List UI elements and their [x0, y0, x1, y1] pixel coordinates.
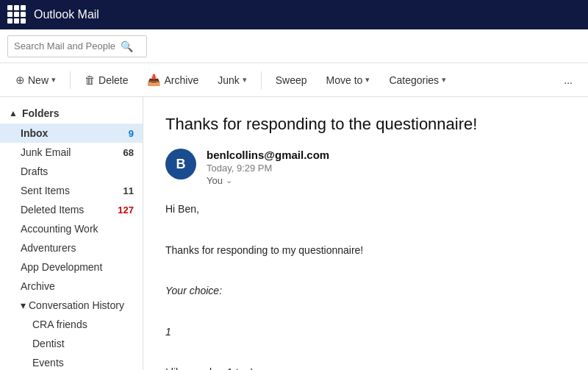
folder-label-accounting: Accounting Work [21, 223, 98, 235]
toolbar: ⊕ New ▾ 🗑 Delete 📥 Archive Junk ▾ Sweep … [0, 63, 588, 97]
search-bar: 🔍 [0, 29, 588, 63]
folder-label-inbox: Inbox [21, 127, 48, 139]
new-icon: ⊕ [15, 74, 25, 87]
sidebar-item-archive[interactable]: Archive [0, 277, 143, 296]
to-label: You [207, 175, 223, 186]
sidebar-item-appdev[interactable]: App Development [0, 257, 143, 277]
folder-label-deleted: Deleted Items [21, 204, 84, 216]
move-to-dropdown-arrow[interactable]: ▾ [365, 75, 370, 85]
categories-button[interactable]: Categories ▾ [381, 69, 454, 91]
sidebar-item-inbox[interactable]: Inbox9 [0, 124, 143, 143]
sidebar-item-accounting[interactable]: Accounting Work [0, 219, 143, 238]
folder-label-archive: Archive [21, 280, 55, 292]
folder-label-dentist: Dentist [32, 338, 65, 349]
sender-info: benlcollins@gmail.com Today, 9:29 PM You… [207, 149, 329, 186]
top-bar: Outlook Mail [0, 0, 588, 29]
move-to-button[interactable]: Move to ▾ [318, 69, 379, 91]
folder-label-sent: Sent Items [21, 185, 70, 196]
sidebar-item-adventurers[interactable]: Adventurers [0, 238, 143, 257]
expand-recipients-icon[interactable]: ⌄ [226, 176, 232, 185]
folder-label-junk: Junk Email [21, 146, 71, 158]
delete-button[interactable]: 🗑 Delete [76, 68, 136, 91]
sender-email: benlcollins@gmail.com [207, 149, 329, 161]
more-button[interactable]: ... [556, 69, 581, 91]
search-icon[interactable]: 🔍 [121, 40, 133, 52]
folder-label-appdev: App Development [21, 261, 102, 273]
badge-inbox: 9 [129, 128, 134, 139]
junk-button[interactable]: Junk ▾ [209, 69, 255, 91]
archive-button[interactable]: 📥 Archive [139, 68, 207, 92]
folder-list: Inbox9Junk Email68DraftsSent Items11Dele… [0, 124, 143, 370]
sidebar-item-events[interactable]: Events [0, 353, 143, 370]
folders-label: Folders [22, 107, 60, 119]
toolbar-divider-2 [261, 71, 262, 89]
sidebar-item-dentist[interactable]: Dentist [0, 334, 143, 353]
badge-junk: 68 [123, 147, 134, 158]
categories-dropdown-arrow[interactable]: ▾ [442, 75, 446, 85]
main-layout: ▲ Folders Inbox9Junk Email68DraftsSent I… [0, 97, 588, 370]
delete-icon: 🗑 [85, 74, 96, 86]
badge-deleted: 127 [118, 204, 134, 216]
email-body-line: 1 [165, 324, 566, 341]
sidebar: ▲ Folders Inbox9Junk Email68DraftsSent I… [0, 97, 143, 370]
new-dropdown-arrow[interactable]: ▾ [51, 75, 56, 85]
email-body-line: Thanks for responding to my questionnair… [165, 242, 566, 260]
email-subject: Thanks for responding to the questionnai… [165, 115, 566, 134]
sidebar-item-junk[interactable]: Junk Email68 [0, 143, 143, 162]
email-header: B benlcollins@gmail.com Today, 9:29 PM Y… [165, 149, 566, 186]
badge-sent: 11 [123, 185, 134, 196]
folders-header[interactable]: ▲ Folders [0, 103, 143, 124]
sender-to-line: You ⌄ [207, 175, 329, 186]
expand-icon-convhist: ▾ [21, 299, 26, 311]
app-title: Outlook Mail [34, 8, 99, 21]
search-input-wrap: 🔍 [7, 35, 147, 57]
email-content: Thanks for responding to the questionnai… [143, 97, 588, 370]
email-body-line: Your choice: [165, 282, 566, 300]
sidebar-item-deleted[interactable]: Deleted Items127 [0, 200, 143, 219]
search-input[interactable] [14, 40, 121, 51]
folder-label-adventurers: Adventurers [21, 242, 76, 254]
sidebar-item-drafts[interactable]: Drafts [0, 162, 143, 181]
email-body-line: Hi Ben, [165, 201, 566, 218]
folder-label-events: Events [32, 357, 64, 369]
folder-label-convhist: Conversation History [29, 299, 124, 311]
email-body-line: I like number 1 too! [165, 364, 566, 370]
sidebar-item-sent[interactable]: Sent Items11 [0, 181, 143, 200]
new-button[interactable]: ⊕ New ▾ [7, 68, 64, 92]
sidebar-item-cra[interactable]: CRA friends [0, 315, 143, 334]
email-timestamp: Today, 9:29 PM [207, 163, 329, 174]
archive-icon: 📥 [147, 74, 161, 87]
sweep-button[interactable]: Sweep [268, 69, 315, 91]
folder-label-drafts: Drafts [21, 166, 48, 177]
sidebar-item-convhist[interactable]: ▾ Conversation History [0, 296, 143, 315]
avatar: B [165, 149, 196, 179]
waffle-icon[interactable] [7, 5, 26, 24]
toolbar-divider-1 [70, 71, 71, 89]
folders-collapse-arrow: ▲ [9, 108, 18, 118]
email-body: Hi Ben,Thanks for responding to my quest… [165, 201, 566, 370]
folder-label-cra: CRA friends [32, 319, 87, 330]
junk-dropdown-arrow[interactable]: ▾ [243, 75, 247, 85]
